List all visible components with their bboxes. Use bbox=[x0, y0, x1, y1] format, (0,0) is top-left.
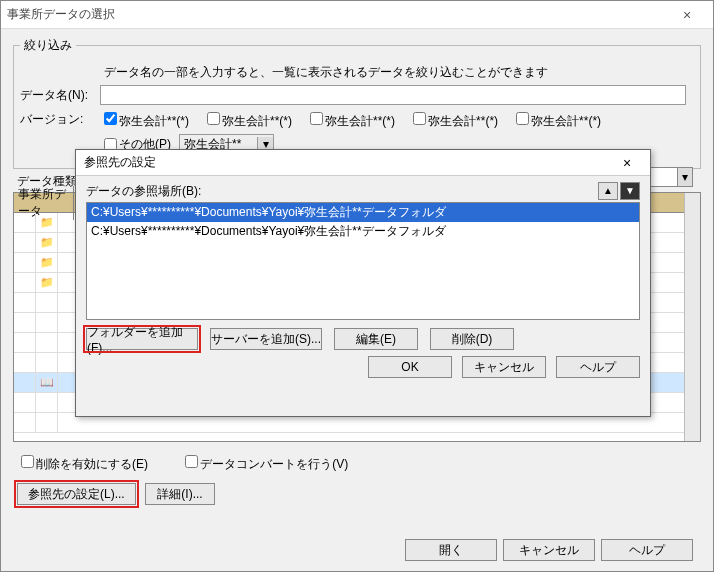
dialog-close-icon[interactable]: × bbox=[612, 155, 642, 171]
version-cb-1[interactable] bbox=[104, 112, 117, 125]
data-name-input[interactable] bbox=[100, 85, 686, 105]
version-cb-2[interactable] bbox=[207, 112, 220, 125]
ref-settings-button[interactable]: 参照先の設定(L)... bbox=[17, 483, 136, 505]
version-cb-3[interactable] bbox=[310, 112, 323, 125]
move-down-button[interactable]: ▼ bbox=[620, 182, 640, 200]
folder-icon: 📁 bbox=[36, 273, 58, 292]
edit-button[interactable]: 編集(E) bbox=[334, 328, 418, 350]
path-list[interactable]: C:¥Users¥**********¥Documents¥Yayoi¥弥生会計… bbox=[86, 202, 640, 320]
folder-icon: 📁 bbox=[36, 233, 58, 252]
version-cb-5[interactable] bbox=[516, 112, 529, 125]
list-item[interactable]: C:¥Users¥**********¥Documents¥Yayoi¥弥生会計… bbox=[87, 203, 639, 222]
filter-legend: 絞り込み bbox=[20, 37, 76, 54]
cancel-button[interactable]: キャンセル bbox=[503, 539, 595, 561]
convert-checkbox[interactable]: データコンバートを行う(V) bbox=[181, 457, 348, 471]
delete-button[interactable]: 削除(D) bbox=[430, 328, 514, 350]
view-combo[interactable]: ▾ bbox=[648, 167, 693, 187]
book-icon: 📖 bbox=[36, 373, 58, 392]
open-button[interactable]: 開く bbox=[405, 539, 497, 561]
add-server-button[interactable]: サーバーを追加(S)... bbox=[210, 328, 322, 350]
dlg-cancel-button[interactable]: キャンセル bbox=[462, 356, 546, 378]
close-icon[interactable]: × bbox=[667, 7, 707, 23]
version-cb-4[interactable] bbox=[413, 112, 426, 125]
list-label: データの参照場所(B): bbox=[86, 183, 596, 200]
dialog-title: 参照先の設定 bbox=[84, 154, 612, 171]
ref-settings-dialog: 参照先の設定 × データの参照場所(B): ▲ ▼ C:¥Users¥*****… bbox=[75, 149, 651, 417]
data-name-label: データ名(N): bbox=[20, 87, 100, 104]
dlg-help-button[interactable]: ヘルプ bbox=[556, 356, 640, 378]
main-title: 事業所データの選択 bbox=[7, 6, 667, 23]
main-titlebar: 事業所データの選択 × bbox=[1, 1, 713, 29]
help-button[interactable]: ヘルプ bbox=[601, 539, 693, 561]
filter-hint: データ名の一部を入力すると、一覧に表示されるデータを絞り込むことができます bbox=[104, 64, 548, 81]
delete-enable-checkbox[interactable]: 削除を有効にする(E) bbox=[17, 457, 148, 471]
move-up-button[interactable]: ▲ bbox=[598, 182, 618, 200]
main-window: 事業所データの選択 × 絞り込み データ名の一部を入力すると、一覧に表示されるデ… bbox=[0, 0, 714, 572]
list-item[interactable]: C:¥Users¥**********¥Documents¥Yayoi¥弥生会計… bbox=[87, 222, 639, 241]
detail-button[interactable]: 詳細(I)... bbox=[145, 483, 215, 505]
version-label: バージョン: bbox=[20, 111, 100, 128]
ok-button[interactable]: OK bbox=[368, 356, 452, 378]
add-folder-button[interactable]: フォルダーを追加(F)... bbox=[86, 328, 198, 350]
folder-icon: 📁 bbox=[36, 213, 58, 232]
scrollbar[interactable] bbox=[684, 193, 700, 441]
folder-icon: 📁 bbox=[36, 253, 58, 272]
